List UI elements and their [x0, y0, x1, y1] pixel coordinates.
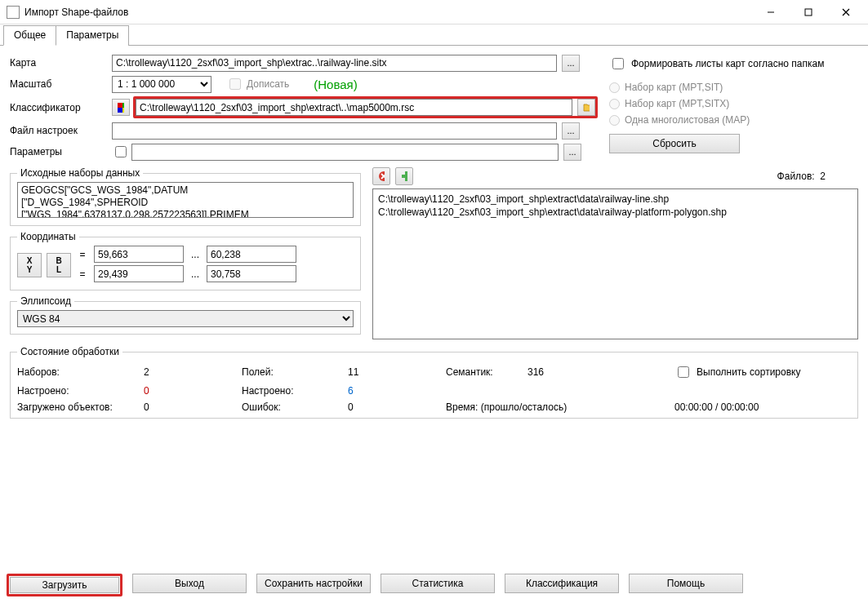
map-browse-button[interactable]: ...: [562, 55, 580, 72]
settings-browse-button[interactable]: ...: [562, 122, 580, 140]
tab-strip: Общее Параметры: [0, 24, 868, 46]
semantics-value: 316: [527, 366, 674, 378]
objects-loaded-value: 0: [144, 401, 242, 413]
classifier-highlight: [133, 96, 598, 118]
parameters-checkbox[interactable]: [115, 146, 127, 157]
radio-mpt-sit: [609, 82, 620, 93]
form-sheets-checkbox[interactable]: [612, 58, 624, 69]
ellipsoid-legend: Эллипсоид: [17, 295, 74, 307]
svg-rect-12: [402, 175, 407, 178]
tab-parameters[interactable]: Параметры: [56, 25, 129, 46]
classification-button[interactable]: Классификация: [505, 574, 619, 593]
titlebar: Импорт Shape-файлов: [0, 0, 868, 24]
svg-rect-7: [122, 108, 124, 113]
form-sheets-label: Формировать листы карт согласно папкам: [631, 58, 824, 69]
window-title: Импорт Shape-файлов: [24, 7, 752, 18]
ellipsoid-combo[interactable]: WGS 84: [17, 310, 354, 327]
source-sets-legend: Исходные наборы данных: [17, 167, 143, 179]
exit-button[interactable]: Выход: [132, 574, 247, 593]
sets-value: 2: [144, 366, 242, 378]
folder-open-icon: [583, 103, 590, 112]
map-label: Карта: [10, 57, 112, 69]
statistics-button[interactable]: Статистика: [381, 574, 495, 593]
minimize-button[interactable]: [752, 0, 790, 24]
append-label: Дописать: [247, 78, 289, 90]
load-highlight: Загрузить: [7, 574, 122, 596]
do-sort-label: Выполнить сортировку: [697, 366, 800, 378]
errors-value: 0: [348, 401, 446, 413]
add-icon: [401, 171, 407, 182]
coordinates-group: Координаты XY BL = ... =: [10, 231, 361, 290]
coord-x2-input[interactable]: [207, 246, 296, 263]
processing-state-group: Состояние обработки Наборов: 2 Полей: 11…: [10, 346, 858, 419]
source-sets-group: Исходные наборы данных GEOGCS["GCS_WGS_1…: [10, 167, 361, 226]
new-indicator: (Новая): [314, 78, 357, 91]
append-checkbox: [229, 78, 241, 90]
fields-configured-value: 6: [348, 385, 446, 397]
settings-file-label: Файл настроек: [10, 125, 112, 136]
list-item[interactable]: C:\trolleway\1120_2sxf\03_import_shp\ext…: [378, 206, 852, 219]
list-item[interactable]: C:\trolleway\1120_2sxf\03_import_shp\ext…: [378, 193, 852, 206]
file-list[interactable]: C:\trolleway\1120_2sxf\03_import_shp\ext…: [372, 188, 858, 339]
radio-mpt-sit-label: Набор карт (MPT,SIT): [625, 82, 723, 93]
classifier-color-button[interactable]: [112, 99, 130, 116]
eq-2: =: [76, 268, 89, 280]
maximize-button[interactable]: [790, 0, 827, 24]
time-label: Время: (прошло/осталось): [446, 401, 674, 413]
map-path-input[interactable]: [112, 55, 557, 72]
tab-general[interactable]: Общее: [3, 25, 56, 46]
radio-mpt-sitx: [609, 99, 620, 109]
svg-rect-5: [122, 103, 124, 108]
file-toolbar: Файлов: 2: [372, 167, 858, 185]
semantics-label: Семантик:: [446, 366, 527, 378]
radio-map: [609, 115, 620, 126]
coord-y2-input[interactable]: [207, 265, 296, 282]
xy-button[interactable]: XY: [17, 253, 42, 277]
svg-rect-1: [805, 9, 812, 16]
file-count: Файлов: 2: [777, 171, 826, 182]
classifier-browse-button[interactable]: [577, 99, 595, 116]
fields-label: Полей:: [242, 366, 348, 378]
svg-rect-4: [118, 103, 122, 108]
coordinates-legend: Координаты: [17, 231, 79, 242]
fields-value: 11: [348, 366, 446, 378]
parameters-label: Параметры: [10, 146, 112, 157]
load-button[interactable]: Загрузить: [10, 577, 119, 593]
objects-loaded-label: Загружено объектов:: [17, 401, 144, 413]
svg-rect-6: [118, 108, 122, 113]
scale-combo[interactable]: 1 : 1 000 000: [112, 76, 211, 93]
app-icon: [7, 6, 20, 19]
bl-button[interactable]: BL: [47, 253, 71, 277]
remove-file-button[interactable]: [372, 167, 390, 185]
scale-label: Масштаб: [10, 78, 112, 90]
errors-label: Ошибок:: [242, 401, 348, 413]
coord-x1-input[interactable]: [94, 246, 184, 263]
do-sort-checkbox[interactable]: [678, 366, 689, 378]
fields-configured-label: Настроено:: [242, 385, 348, 397]
classifier-label: Классификатор: [10, 102, 112, 113]
close-button[interactable]: [827, 0, 865, 24]
processing-state-legend: Состояние обработки: [17, 346, 122, 357]
source-sets-textarea[interactable]: GEOGCS["GCS_WGS_1984",DATUM ["D_WGS_1984…: [17, 182, 354, 218]
button-row: Загрузить Выход Сохранить настройки Стат…: [0, 574, 868, 596]
reset-button[interactable]: Сбросить: [609, 134, 740, 153]
save-settings-button[interactable]: Сохранить настройки: [256, 574, 371, 593]
settings-file-input[interactable]: [112, 122, 557, 140]
time-value: 00:00:00 / 00:00:00: [674, 401, 851, 413]
configured-label: Настроено:: [17, 385, 144, 397]
configured-value: 0: [144, 385, 242, 397]
parameters-browse-button[interactable]: ...: [563, 144, 581, 161]
sets-label: Наборов:: [17, 366, 144, 378]
parameters-input[interactable]: [131, 144, 559, 161]
ellipsoid-group: Эллипсоид WGS 84: [10, 295, 361, 335]
help-button[interactable]: Помощь: [629, 574, 743, 593]
add-file-button[interactable]: [395, 167, 413, 185]
radio-mpt-sitx-label: Набор карт (MPT,SITX): [625, 98, 729, 109]
dots-2: ...: [189, 268, 202, 280]
remove-icon: [378, 171, 385, 182]
classifier-path-input[interactable]: [136, 99, 572, 116]
eq-1: =: [76, 249, 89, 260]
dots-1: ...: [189, 249, 202, 260]
radio-map-label: Одна многолистовая (MAP): [625, 114, 750, 126]
coord-y1-input[interactable]: [94, 265, 184, 282]
